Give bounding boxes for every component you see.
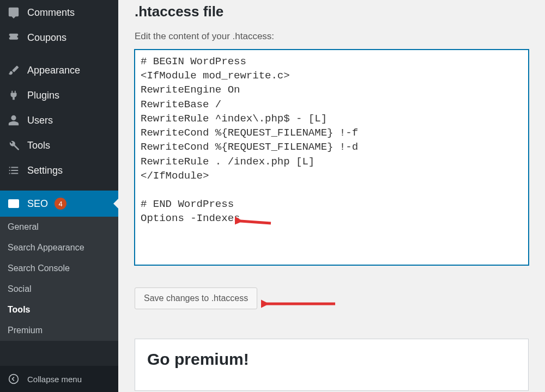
admin-sidebar: Comments Coupons Appearance Plugins User — [0, 0, 118, 392]
main-content: .htaccess file Edit the content of your … — [118, 0, 545, 392]
save-htaccess-button[interactable]: Save changes to .htaccess — [135, 287, 257, 309]
collapse-icon — [7, 373, 21, 384]
submenu-label: Tools — [8, 305, 30, 314]
submenu-label: General — [8, 222, 39, 231]
svg-point-0 — [9, 375, 19, 384]
htaccess-textarea[interactable] — [135, 50, 529, 265]
comment-icon — [7, 7, 21, 19]
sidebar-menu: Comments Coupons Appearance Plugins User — [0, 0, 118, 366]
wrench-icon — [7, 139, 21, 151]
htaccess-field-label: Edit the content of your .htaccess: — [135, 31, 529, 42]
sidebar-item-label: Tools — [27, 140, 50, 151]
user-icon — [7, 114, 21, 126]
sidebar-item-label: Users — [27, 115, 53, 126]
sidebar-item-label: Plugins — [27, 90, 59, 101]
premium-card: Go premium! — [135, 339, 529, 391]
submenu-item-search-console[interactable]: Search Console — [0, 258, 118, 279]
yoast-icon — [7, 197, 21, 210]
brush-icon — [7, 64, 21, 76]
sidebar-item-label: Settings — [27, 165, 63, 176]
sidebar-item-tools[interactable]: Tools — [0, 133, 118, 158]
sidebar-submenu: General Search Appearance Search Console… — [0, 217, 118, 341]
submenu-item-premium[interactable]: Premium — [0, 320, 118, 341]
plug-icon — [7, 89, 21, 101]
sidebar-badge: 4 — [55, 198, 66, 210]
sidebar-item-label: Comments — [27, 7, 75, 19]
submenu-item-general[interactable]: General — [0, 217, 118, 237]
sidebar-item-settings[interactable]: Settings — [0, 158, 118, 183]
sidebar-item-seo[interactable]: SEO 4 — [0, 191, 118, 217]
submenu-label: Search Console — [8, 264, 70, 273]
annotation-arrow-2 — [261, 297, 337, 310]
submenu-item-social[interactable]: Social — [0, 279, 118, 299]
section-title: .htaccess file — [135, 3, 529, 20]
settings-icon — [7, 164, 21, 176]
ticket-icon — [7, 32, 21, 44]
submenu-item-search-appearance[interactable]: Search Appearance — [0, 237, 118, 258]
sidebar-item-label: SEO — [27, 198, 48, 210]
submenu-item-tools[interactable]: Tools — [0, 299, 118, 320]
collapse-menu-button[interactable]: Collapse menu — [0, 366, 118, 392]
submenu-label: Search Appearance — [8, 243, 84, 252]
submenu-label: Social — [8, 284, 32, 293]
sidebar-item-appearance[interactable]: Appearance — [0, 58, 118, 83]
premium-title: Go premium! — [147, 350, 516, 369]
sidebar-item-plugins[interactable]: Plugins — [0, 83, 118, 108]
sidebar-item-users[interactable]: Users — [0, 108, 118, 133]
collapse-label: Collapse menu — [27, 375, 82, 384]
sidebar-item-coupons[interactable]: Coupons — [0, 25, 118, 50]
sidebar-item-label: Coupons — [27, 32, 66, 44]
sidebar-item-label: Appearance — [27, 65, 80, 76]
submenu-label: Premium — [8, 326, 43, 335]
sidebar-item-comments[interactable]: Comments — [0, 0, 118, 25]
